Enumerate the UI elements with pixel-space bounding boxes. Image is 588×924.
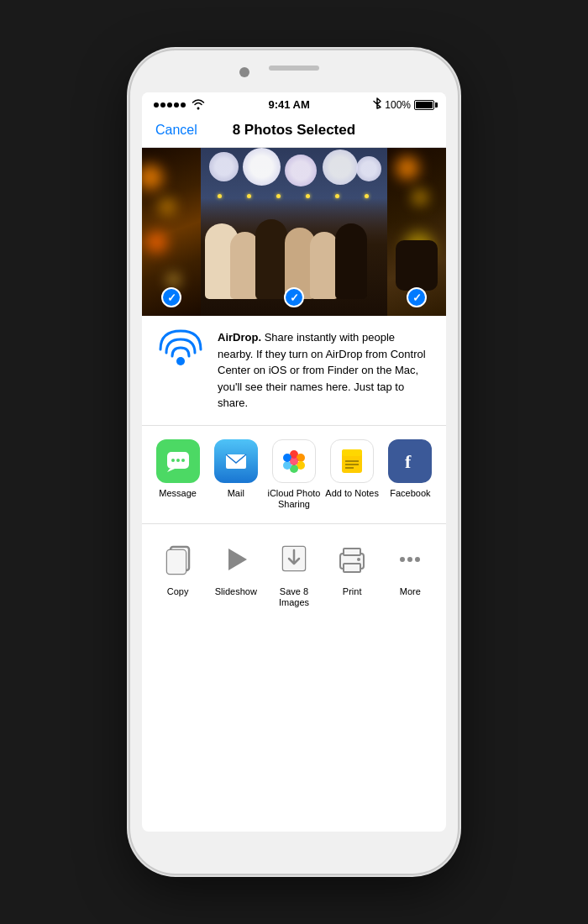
app-item-facebook[interactable]: f Facebook [383,439,437,499]
apps-row: Message Mail [149,439,439,510]
airdrop-section[interactable]: AirDrop. Share instantly with people nea… [142,316,446,426]
svg-point-0 [176,357,185,365]
wifi-icon [192,98,205,112]
save-action-label: Save 8 Images [267,586,321,608]
svg-point-32 [407,557,412,562]
selection-checkmark-center [284,287,304,307]
svg-point-4 [176,459,180,462]
svg-rect-15 [342,449,362,456]
bluetooth-icon [373,97,381,112]
airdrop-description: AirDrop. Share instantly with people nea… [218,329,433,412]
selection-checkmark [161,287,181,307]
mail-app-label: Mail [228,488,244,499]
status-right: 100% [373,97,434,112]
svg-point-31 [400,557,405,562]
front-camera [239,67,249,77]
app-item-mail[interactable]: Mail [209,439,263,499]
notes-app-icon [330,439,374,483]
svg-rect-22 [167,550,186,574]
facebook-app-label: Facebook [390,488,430,499]
photo-strip [142,148,446,316]
cancel-button[interactable]: Cancel [155,123,197,138]
more-action-label: More [400,586,421,597]
svg-point-3 [171,459,175,462]
icloud-app-label: iCloud Photo Sharing [267,488,321,510]
message-app-label: Message [159,488,197,499]
actions-section: Copy Slideshow [142,524,446,622]
svg-marker-2 [167,469,175,472]
battery-percent: 100% [385,99,411,111]
print-icon [330,538,374,581]
svg-rect-28 [344,549,360,555]
actions-row: Copy Slideshow [149,538,439,608]
status-time: 9:41 AM [268,98,309,111]
signal-icon [154,102,186,108]
nav-title: 8 Photos Selected [233,122,355,139]
app-item-message[interactable]: Message [151,439,205,499]
slideshow-action-label: Slideshow [215,586,257,597]
copy-icon [156,538,200,581]
photo-right[interactable] [387,148,446,316]
airdrop-icon [155,329,206,380]
battery-icon [414,100,434,110]
svg-text:f: f [405,451,412,472]
action-item-more[interactable]: More [383,538,437,597]
mail-app-icon [214,439,258,483]
photo-center[interactable] [201,148,387,316]
icloud-app-icon [272,439,316,483]
svg-point-33 [415,557,420,562]
photo-left[interactable] [142,148,201,316]
selection-checkmark-right [407,287,427,307]
svg-marker-23 [228,549,247,570]
notes-app-label: Add to Notes [325,488,379,499]
screen: 9:41 AM 100% Cancel 8 Photos Selected [142,92,446,832]
copy-action-label: Copy [167,586,189,597]
svg-point-13 [290,457,298,465]
action-item-copy[interactable]: Copy [151,538,205,597]
app-item-notes[interactable]: Add to Notes [325,439,379,499]
save-icon [272,538,316,581]
phone-frame: 9:41 AM 100% Cancel 8 Photos Selected [130,50,458,874]
print-action-label: Print [343,586,362,597]
action-item-print[interactable]: Print [325,538,379,597]
more-icon [388,538,432,581]
status-bar: 9:41 AM 100% [142,92,446,115]
status-left [154,98,205,112]
app-item-icloud[interactable]: iCloud Photo Sharing [267,439,321,510]
facebook-app-icon: f [388,439,432,483]
apps-section: Message Mail [142,426,446,524]
svg-point-5 [181,459,185,462]
action-item-save[interactable]: Save 8 Images [267,538,321,608]
action-item-slideshow[interactable]: Slideshow [209,538,263,597]
svg-point-30 [357,558,360,561]
svg-rect-29 [344,564,360,572]
nav-bar: Cancel 8 Photos Selected [142,115,446,148]
slideshow-icon [214,538,258,581]
message-app-icon [156,439,200,483]
